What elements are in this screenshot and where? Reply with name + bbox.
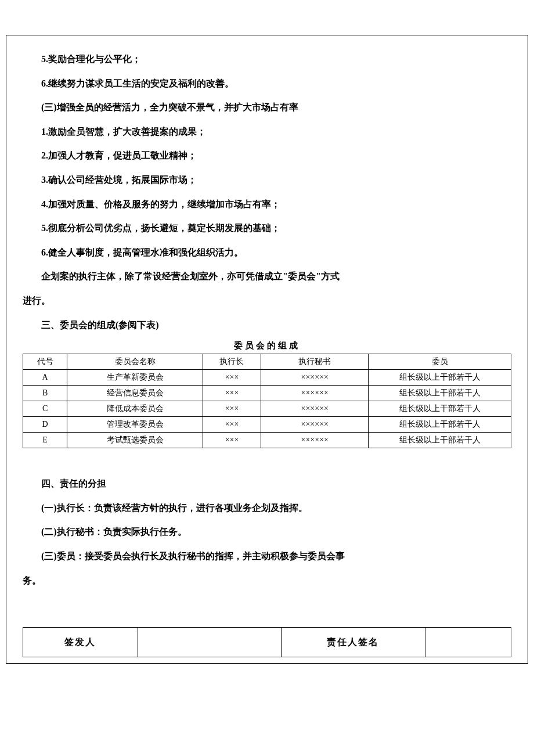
cell-code: D [23, 417, 67, 433]
cell-name: 管理改革委员会 [67, 417, 203, 433]
cell-code: C [23, 401, 67, 417]
heading-section-3: 三、委员会的组成(参阅下表) [23, 313, 511, 337]
th-member: 委员 [369, 354, 511, 370]
cell-code: E [23, 433, 67, 448]
text-item-6: 6.继续努力谋求员工生活的安定及福利的改善。 [23, 71, 511, 96]
text-item-3-2: 2.加强人才教育，促进员工敬业精神； [23, 143, 511, 168]
label-responsible-sign: 责任人签名 [282, 628, 425, 657]
label-issuer: 签发人 [23, 628, 138, 657]
cell-name: 降低成本委员会 [67, 401, 203, 417]
cell-secretary: ×××××× [261, 401, 369, 417]
cell-member: 组长级以上干部若干人 [369, 417, 511, 433]
text-resp-3-line1: (三)委员：接受委员会执行长及执行秘书的指挥，并主动积极参与委员会事 [23, 544, 511, 568]
th-name: 委员会名称 [67, 354, 203, 370]
blank-responsible-sign [425, 628, 511, 657]
cell-secretary: ×××××× [261, 433, 369, 448]
blank-issuer [138, 628, 281, 657]
text-subhead-3: (三)增强全员的经营活力，全力突破不景气，并扩大市场占有率 [23, 95, 511, 120]
table-row: D 管理改革委员会 ××× ×××××× 组长级以上干部若干人 [23, 417, 511, 433]
text-item-3-6: 6.健全人事制度，提高管理水准和强化组织活力。 [23, 240, 511, 265]
text-item-3-4: 4.加强对质量、价格及服务的努力，继续增加市场占有率； [23, 192, 511, 217]
table-caption: 委员会的组成 [23, 340, 511, 351]
spacer [23, 448, 511, 471]
cell-secretary: ×××××× [261, 370, 369, 386]
cell-code: B [23, 386, 67, 401]
cell-chief: ××× [203, 433, 261, 448]
cell-name: 经营信息委员会 [67, 386, 203, 401]
cell-chief: ××× [203, 417, 261, 433]
text-resp-2: (二)执行秘书：负责实际执行任务。 [23, 520, 511, 544]
content-frame: 5.奖励合理化与公平化； 6.继续努力谋求员工生活的安定及福利的改善。 (三)增… [6, 35, 528, 664]
text-item-3-3: 3.确认公司经营处境，拓展国际市场； [23, 168, 511, 192]
cell-member: 组长级以上干部若干人 [369, 433, 511, 448]
cell-secretary: ×××××× [261, 417, 369, 433]
cell-chief: ××× [203, 386, 261, 401]
cell-name: 生产革新委员会 [67, 370, 203, 386]
th-secretary: 执行秘书 [261, 354, 369, 370]
table-row: B 经营信息委员会 ××× ×××××× 组长级以上干部若干人 [23, 386, 511, 401]
table-header-row: 代号 委员会名称 执行长 执行秘书 委员 [23, 354, 511, 370]
cell-chief: ××× [203, 370, 261, 386]
cell-member: 组长级以上干部若干人 [369, 401, 511, 417]
cell-secretary: ×××××× [261, 386, 369, 401]
cell-member: 组长级以上干部若干人 [369, 370, 511, 386]
th-code: 代号 [23, 354, 67, 370]
text-plan-note-line1: 企划案的执行主体，除了常设经营企划室外，亦可凭借成立"委员会"方式 [23, 264, 511, 289]
cell-chief: ××× [203, 401, 261, 417]
heading-section-4: 四、责任的分担 [23, 471, 511, 496]
text-item-3-5: 5.彻底分析公司优劣点，扬长避短，奠定长期发展的基础； [23, 216, 511, 240]
text-item-3-1: 1.激励全员智慧，扩大改善提案的成果； [23, 120, 511, 144]
signature-row: 签发人 责任人签名 [23, 628, 511, 657]
signature-table: 签发人 责任人签名 [23, 627, 511, 657]
text-resp-1: (一)执行长：负责该经营方针的执行，进行各项业务企划及指挥。 [23, 496, 511, 520]
text-plan-note-line2: 进行。 [23, 289, 511, 313]
text-item-5: 5.奖励合理化与公平化； [23, 47, 511, 71]
table-row: A 生产革新委员会 ××× ×××××× 组长级以上干部若干人 [23, 370, 511, 386]
cell-name: 考试甄选委员会 [67, 433, 203, 448]
page-root: 5.奖励合理化与公平化； 6.继续努力谋求员工生活的安定及福利的改善。 (三)增… [0, 35, 534, 664]
table-row: C 降低成本委员会 ××× ×××××× 组长级以上干部若干人 [23, 401, 511, 417]
table-row: E 考试甄选委员会 ××× ×××××× 组长级以上干部若干人 [23, 433, 511, 448]
cell-member: 组长级以上干部若干人 [369, 386, 511, 401]
text-resp-3-line2: 务。 [23, 568, 511, 593]
th-chief: 执行长 [203, 354, 261, 370]
committee-table: 代号 委员会名称 执行长 执行秘书 委员 A 生产革新委员会 ××× ×××××… [23, 354, 511, 448]
cell-code: A [23, 370, 67, 386]
